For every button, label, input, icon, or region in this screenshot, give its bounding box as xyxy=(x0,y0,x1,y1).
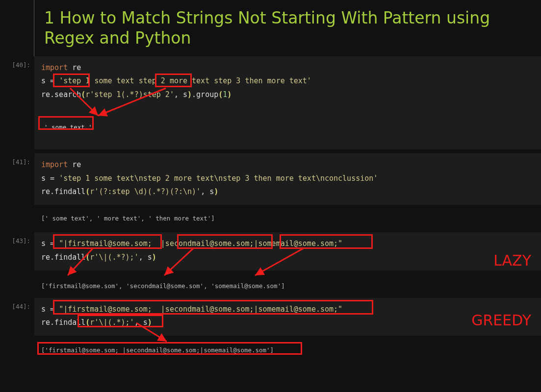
output-40: ' some text ' xyxy=(40,119,96,136)
prompt-40: [40]: xyxy=(0,56,34,69)
cell-40: [40]: import re s = 'step 1 some text st… xyxy=(0,56,541,149)
output-row-43: ['firstmail@some.som', 'secondmail@some.… xyxy=(0,270,541,298)
cell-43: [43]: s = "|firstmail@some.som; |secondm… xyxy=(0,232,541,270)
input-44[interactable]: s = "|firstmail@some.som; |secondmail@so… xyxy=(34,298,541,336)
input-43[interactable]: s = "|firstmail@some.som; |secondmail@so… xyxy=(34,232,541,270)
title-row: 1 How to Match Strings Not Starting With… xyxy=(0,0,541,56)
cell-44: [44]: s = "|firstmail@some.som; |secondm… xyxy=(0,298,541,336)
notebook-heading: 1 How to Match Strings Not Starting With… xyxy=(34,0,541,56)
input-40[interactable]: import re s = 'step 1 some text step 2 m… xyxy=(34,56,541,149)
prompt-43: [43]: xyxy=(0,232,34,245)
output-44: ['firstmail@some.som; |secondmail@some.s… xyxy=(34,336,541,362)
title-gutter xyxy=(0,0,34,56)
cell-41: [41]: import re s = 'step 1 some text\ns… xyxy=(0,153,541,205)
prompt-44: [44]: xyxy=(0,298,34,310)
kw-import: import xyxy=(41,63,68,72)
output-43: ['firstmail@some.som', 'secondmail@some.… xyxy=(34,270,541,298)
output-row-41: [' some text', ' more text', ' then more… xyxy=(0,205,541,232)
input-41[interactable]: import re s = 'step 1 some text\nstep 2 … xyxy=(34,153,541,205)
output-41: [' some text', ' more text', ' then more… xyxy=(34,205,541,232)
prompt-41: [41]: xyxy=(0,153,34,166)
output-row-44: ['firstmail@some.som; |secondmail@some.s… xyxy=(0,336,541,362)
label-greedy: GREEDY xyxy=(471,307,531,334)
